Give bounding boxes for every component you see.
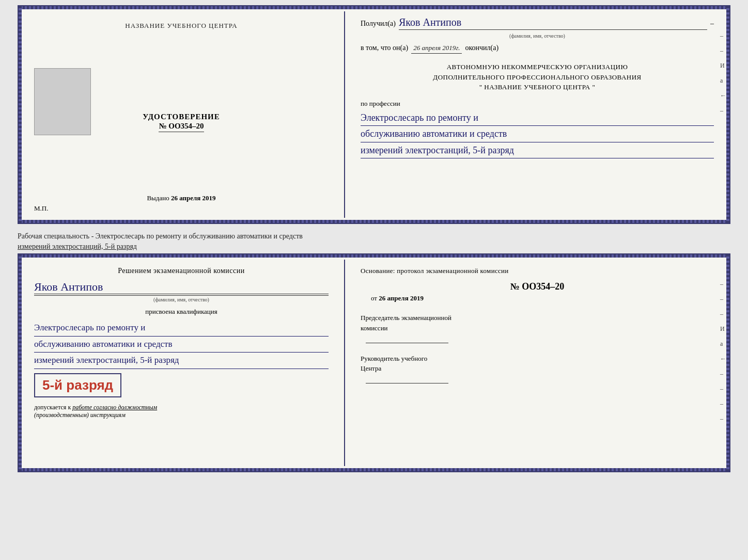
- top-doc-left: НАЗВАНИЕ УЧЕБНОГО ЦЕНТРА УДОСТОВЕРЕНИЕ №…: [19, 6, 344, 223]
- protocol-number: № OO354–20: [361, 281, 714, 292]
- bottom-doc-left: Решением экзаменационной комиссии Яков А…: [19, 254, 344, 471]
- director-label: Руководитель учебного: [361, 354, 714, 364]
- cert-number-block: УДОСТОВЕРЕНИЕ № OO354–20: [143, 113, 220, 132]
- received-prefix: Получил(а): [361, 20, 396, 28]
- document-top: НАЗВАНИЕ УЧЕБНОГО ЦЕНТРА УДОСТОВЕРЕНИЕ №…: [18, 5, 730, 224]
- chairman-block: Председатель экзаменационной комиссии: [361, 313, 714, 343]
- profession-line1: Электрослесарь по ремонту и: [361, 110, 714, 126]
- document-bottom: Решением экзаменационной комиссии Яков А…: [18, 253, 730, 472]
- completion-date: 26 апреля 2019г.: [411, 44, 462, 54]
- chairman-label: Председатель экзаменационной: [361, 313, 714, 323]
- bottom-recipient-subtitle: (фамилия, имя, отчество): [34, 297, 329, 302]
- issued-label: Выдано: [147, 194, 169, 202]
- specialty-line1: Рабочая специальность - Электрослесарь п…: [18, 232, 303, 240]
- in-that-prefix: в том, что он(а): [361, 44, 408, 52]
- qualification-text: Электрослесарь по ремонту и обслуживанию…: [34, 320, 329, 369]
- mp-label: М.П.: [34, 204, 48, 213]
- photo-placeholder: [34, 68, 91, 135]
- protocol-date-value: 26 апреля 2019: [379, 294, 424, 302]
- profession-line3: измерений электростанций, 5-й разряд: [361, 142, 714, 159]
- cert-label: УДОСТОВЕРЕНИЕ: [143, 113, 220, 121]
- issued-block: Выдано 26 апреля 2019: [147, 194, 215, 202]
- director-block: Руководитель учебного Центра: [361, 354, 714, 384]
- completed-label: окончил(а): [465, 44, 498, 52]
- org-block: АВТОНОМНУЮ НЕКОММЕРЧЕСКУЮ ОРГАНИЗАЦИЮ ДО…: [361, 62, 714, 92]
- qual-line3: измерений электростанций, 5-й разряд: [34, 353, 329, 369]
- date-line: в том, что он(а) 26 апреля 2019г. окончи…: [361, 44, 714, 54]
- rank-box: 5-й разряд: [34, 373, 121, 397]
- qualification-label: присвоена квалификация: [34, 308, 329, 316]
- recipient-subtitle: (фамилия, имя, отчество): [361, 33, 714, 39]
- protocol-date: от 26 апреля 2019: [371, 294, 714, 302]
- recipient-name: Яков Антипов: [399, 17, 707, 30]
- side-marks-top: – – И а ← –: [720, 32, 726, 115]
- decision-title: Решением экзаменационной комиссии: [34, 267, 329, 275]
- date-prefix: от: [371, 294, 377, 302]
- chairman-label2: комиссии: [361, 323, 714, 333]
- issued-date: 26 апреля 2019: [171, 194, 216, 202]
- profession-label: по профессии: [361, 100, 714, 108]
- specialty-line2: измерений электростанций, 5-й разряд: [18, 243, 137, 250]
- qual-line2: обслуживанию автоматики и средств: [34, 337, 329, 353]
- director-label2: Центра: [361, 363, 714, 374]
- basis-title: Основание: протокол экзаменационной коми…: [361, 267, 714, 275]
- received-line: Получил(а) Яков Антипов –: [361, 17, 714, 30]
- allowed-block: допускается к работе согласно должностны…: [34, 404, 329, 419]
- profession-text: Электрослесарь по ремонту и обслуживанию…: [361, 110, 714, 159]
- bottom-recipient-name: Яков Антипов: [34, 280, 329, 294]
- org-line1: АВТОНОМНУЮ НЕКОММЕРЧЕСКУЮ ОРГАНИЗАЦИЮ: [361, 62, 714, 72]
- org-line3: " НАЗВАНИЕ УЧЕБНОГО ЦЕНТРА ": [361, 82, 714, 92]
- rank-text: 5-й разряд: [42, 377, 113, 393]
- director-sign-line: [366, 383, 448, 383]
- side-marks-bottom: – – – И а ← – – – –: [720, 280, 726, 423]
- chairman-sign-line: [366, 343, 448, 343]
- profession-line2: обслуживанию автоматики и средств: [361, 126, 714, 142]
- org-line2: ДОПОЛНИТЕЛЬНОГО ПРОФЕССИОНАЛЬНОГО ОБРАЗО…: [361, 72, 714, 83]
- allowed-prefix: допускается к: [34, 404, 71, 411]
- top-doc-right: Получил(а) Яков Антипов – (фамилия, имя,…: [345, 6, 729, 223]
- qual-line1: Электрослесарь по ремонту и: [34, 320, 329, 337]
- specialty-text: Рабочая специальность - Электрослесарь п…: [18, 231, 730, 251]
- allowed-text: работе согласно должностным: [72, 404, 157, 411]
- bottom-doc-right: Основание: протокол экзаменационной коми…: [345, 254, 729, 471]
- cert-number: № OO354–20: [159, 122, 204, 132]
- allowed-text2: (производственным) инструкциям: [34, 411, 126, 419]
- school-name-top-left: НАЗВАНИЕ УЧЕБНОГО ЦЕНТРА: [125, 22, 237, 30]
